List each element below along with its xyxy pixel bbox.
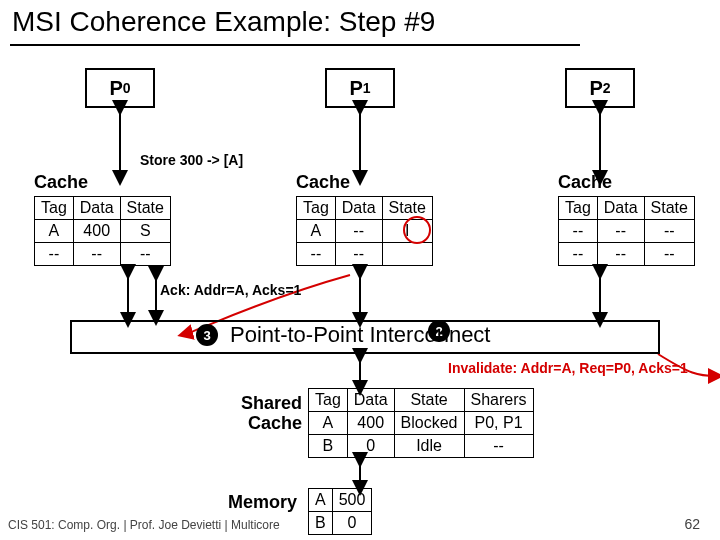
memory-table: A500 B0 (308, 488, 372, 535)
interconnect-label: Point-to-Point Interconnect (230, 322, 490, 348)
memory-label: Memory (228, 492, 297, 513)
store-annotation: Store 300 -> [A] (140, 152, 243, 168)
shared-cache-table: TagDataStateSharers A400BlockedP0, P1 B0… (308, 388, 534, 458)
cache-label-p0: Cache (34, 172, 88, 193)
cache-label-p1: Cache (296, 172, 350, 193)
processor-p1: P1 (325, 68, 395, 108)
cache-table-p0: TagDataState A400S ------ (34, 196, 171, 266)
page-number: 62 (684, 516, 700, 532)
processor-p0: P0 (85, 68, 155, 108)
state-highlight-ring (403, 216, 431, 244)
processor-p2: P2 (565, 68, 635, 108)
ack-annotation: Ack: Addr=A, Acks=1 (160, 282, 301, 298)
invalidate-annotation: Invalidate: Addr=A, Req=P0, Acks=1 (448, 360, 688, 376)
shared-cache-label: SharedCache (222, 394, 302, 434)
cache-table-p2: TagDataState ------ ------ (558, 196, 695, 266)
cache-label-p2: Cache (558, 172, 612, 193)
footer-text: CIS 501: Comp. Org. | Prof. Joe Devietti… (8, 518, 280, 532)
